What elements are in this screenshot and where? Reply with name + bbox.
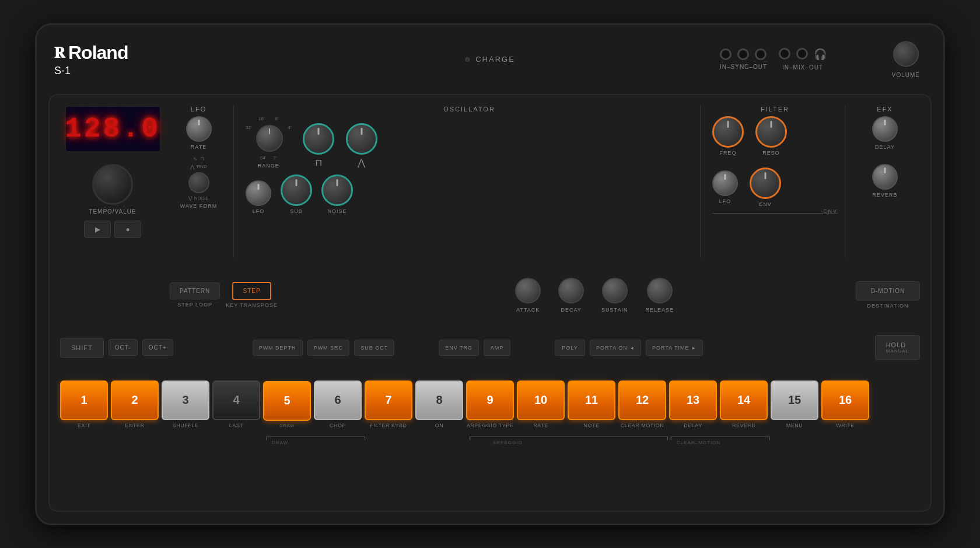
env-trg-button[interactable]: ENV TRG [439, 340, 479, 356]
key-pad-10: 10 RATE [517, 381, 565, 428]
key-pad-1: 1 EXIT [60, 381, 108, 428]
filter-lfo-knob[interactable] [712, 170, 738, 196]
key-button-13[interactable]: 13 [669, 381, 717, 420]
osc-lfo-group: LFO [246, 180, 271, 214]
porta-time-button[interactable]: PORTA TIME ► [646, 340, 703, 356]
pwm-depth-button[interactable]: PWM DEPTH [253, 340, 303, 356]
charge-area: CHARGE [465, 55, 515, 64]
sub-oct-button[interactable]: SUB OCT [354, 340, 394, 356]
efx-section-label: EFX [877, 106, 892, 113]
key-button-3[interactable]: 3 [162, 381, 209, 420]
sustain-label: SUSTAIN [601, 307, 628, 313]
filter-env-knob[interactable] [750, 167, 781, 199]
key-button-7[interactable]: 7 [365, 381, 412, 420]
key-number-14: 14 [737, 393, 750, 407]
key-button-8[interactable]: 8 [415, 381, 463, 420]
range-32: 32' [246, 125, 251, 152]
range-label: RANGE [258, 163, 279, 169]
play-button[interactable]: ▶ [84, 221, 111, 238]
key-label-4: LAST [229, 423, 244, 428]
volume-knob-area[interactable]: VOLUME [892, 41, 920, 78]
oct-plus-button[interactable]: OCT+ [142, 339, 173, 356]
sustain-knob[interactable] [602, 278, 628, 303]
step-btn-label: STEP [243, 288, 260, 294]
oct-minus-button[interactable]: OCT- [108, 339, 138, 356]
last-bottom [215, 437, 263, 445]
key-button-5[interactable]: 5 [263, 381, 311, 421]
top-connectors: IN–SYNC–OUT 🎧 IN–MIX–OUT [720, 48, 827, 71]
key-number-13: 13 [687, 393, 699, 407]
amp-button[interactable]: AMP [484, 340, 510, 356]
hold-label: HOLD [886, 341, 909, 348]
osc-wave2-knob[interactable] [346, 123, 377, 155]
key-button-1[interactable]: 1 [60, 381, 108, 420]
key-button-6[interactable]: 6 [314, 381, 362, 420]
lfo-wave-knob[interactable] [188, 172, 209, 193]
sync-connector-group: IN–SYNC–OUT [720, 48, 767, 70]
roland-logo: 𝐑 Roland [54, 42, 128, 64]
efx-delay-knob[interactable] [872, 116, 898, 142]
osc-sub-knob[interactable] [281, 174, 312, 206]
filter-section-label: FILTER [712, 106, 838, 113]
key-button-12[interactable]: 12 [618, 381, 666, 420]
key-pad-6: 6 CHOP [314, 381, 362, 428]
key-button-2[interactable]: 2 [111, 381, 159, 420]
hold-button[interactable]: HOLD MANUAL [875, 335, 920, 360]
transport-btns: ▶ ● [84, 221, 141, 238]
jack-1 [720, 48, 732, 60]
range-2: 2' [273, 155, 276, 160]
tempo-knob[interactable] [92, 164, 133, 205]
filter-reso-group: RESO [755, 116, 787, 156]
filter-reso-knob[interactable] [755, 116, 787, 148]
efx-reverb-label: REVERB [872, 192, 897, 198]
lfo-rate-knob[interactable] [186, 116, 212, 142]
d-motion-button[interactable]: D-MOTION [856, 281, 920, 301]
lfo-section-label: LFO [191, 106, 206, 113]
wave-sine: ∿ [193, 156, 198, 162]
key-button-16[interactable]: 16 [821, 381, 869, 420]
poly-button[interactable]: POLY [555, 340, 585, 356]
osc-noise-knob[interactable] [321, 174, 353, 206]
filter-freq-knob[interactable] [712, 116, 744, 148]
key-button-10[interactable]: 10 [517, 381, 565, 420]
keys-row: 1 EXIT 2 ENTER 3 SHUFFLE 4 [60, 368, 920, 430]
pwm-src-button[interactable]: PWM SRC [307, 340, 350, 356]
key-number-16: 16 [839, 393, 852, 407]
osc-lfo-knob[interactable] [246, 180, 271, 206]
osc-wave1-knob[interactable] [303, 123, 334, 155]
tempo-label: TEMPO/VALUE [89, 208, 136, 215]
key-number-10: 10 [534, 393, 547, 407]
key-label-14: REVERB [732, 423, 755, 428]
jack-2 [737, 48, 749, 60]
key-button-15[interactable]: 15 [771, 381, 818, 420]
pwm-depth-label: PWM DEPTH [259, 345, 296, 351]
attack-knob[interactable] [515, 278, 541, 303]
stop-button[interactable]: ● [114, 221, 141, 238]
step-button[interactable]: STEP [232, 282, 271, 300]
env-trg-label: ENV TRG [445, 345, 473, 351]
middle-row: PATTERN STEP LOOP STEP KEY TRANSPOSE ATT… [60, 263, 920, 327]
decay-knob[interactable] [558, 278, 584, 303]
release-knob[interactable] [647, 278, 673, 303]
key-number-7: 7 [385, 393, 391, 407]
key-sub-label-5: DRAW [279, 423, 295, 428]
porta-on-button[interactable]: PORTA ON ◄ [590, 340, 641, 356]
key-button-4[interactable]: 4 [212, 381, 260, 420]
osc-range-knob[interactable] [256, 125, 283, 152]
efx-reverb-group: REVERB [872, 164, 898, 198]
mix-connector-group: 🎧 IN–MIX–OUT [779, 48, 827, 71]
key-button-14[interactable]: 14 [720, 381, 768, 420]
enter-bottom [114, 437, 162, 445]
key-label-3: SHUFFLE [173, 423, 199, 428]
pattern-button[interactable]: PATTERN [170, 282, 220, 299]
filter-reso-label: RESO [762, 150, 780, 156]
key-number-11: 11 [585, 393, 598, 407]
volume-knob[interactable] [893, 41, 919, 67]
key-button-9[interactable]: 9 [466, 381, 514, 420]
jack-5 [796, 48, 808, 60]
shift-button[interactable]: SHIFT [60, 338, 104, 358]
efx-reverb-knob[interactable] [872, 164, 898, 190]
key-pad-14: 14 REVERB [720, 381, 768, 428]
key-button-11[interactable]: 11 [568, 381, 615, 420]
range-64: 64' [260, 155, 266, 160]
